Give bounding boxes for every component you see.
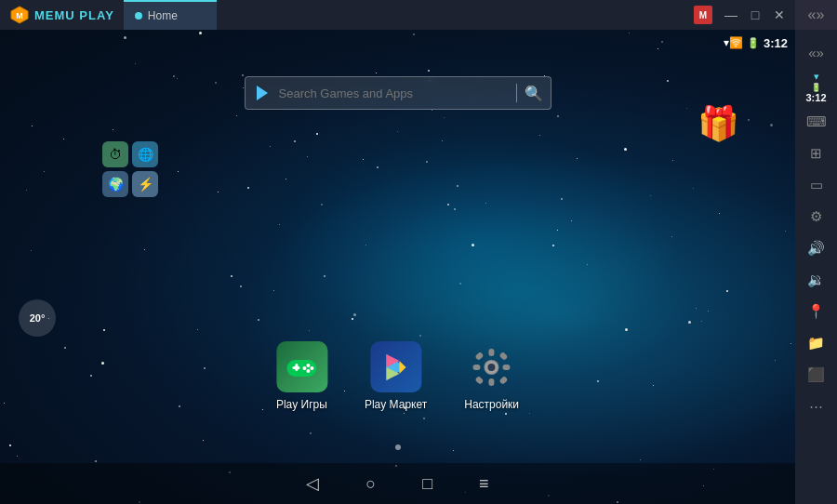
wifi-icon: ▾🛜 xyxy=(724,36,743,49)
svg-point-8 xyxy=(302,366,306,370)
svg-rect-13 xyxy=(489,349,495,356)
play-market-icon xyxy=(370,341,421,392)
weather-clock-bubble[interactable]: 20° xyxy=(19,299,56,337)
mini-icon-3[interactable]: ⚡ xyxy=(132,171,158,197)
page-dot-indicator xyxy=(395,444,401,450)
maximize-button[interactable]: □ xyxy=(744,6,766,24)
sidebar-apps-icon[interactable]: ⊞ xyxy=(800,139,833,168)
nav-back-button[interactable]: ◁ xyxy=(306,473,319,494)
sidebar-window-icon[interactable]: ▭ xyxy=(800,170,833,200)
nav-home-button[interactable]: ○ xyxy=(365,474,376,494)
svg-rect-16 xyxy=(503,365,511,370)
android-status-bar: ▾🛜 🔋 3:12 xyxy=(0,30,795,56)
sidebar-expand-icon[interactable]: «» xyxy=(800,37,833,67)
svg-text:M: M xyxy=(16,11,23,20)
svg-rect-20 xyxy=(499,376,509,385)
settings-label: Настройки xyxy=(464,398,519,411)
play-games-label: Play Игры xyxy=(276,398,327,411)
apps-area: Play Игры xyxy=(276,341,519,411)
sidebar-more-icon[interactable]: ⋯ xyxy=(800,391,833,421)
sidebar-volume-up-icon[interactable]: 🔊 xyxy=(800,233,833,263)
play-games-icon xyxy=(276,341,327,392)
sidebar-settings-icon[interactable]: ⚙ xyxy=(800,202,833,232)
nav-menu-button[interactable]: ≡ xyxy=(479,474,489,494)
close-button[interactable]: ✕ xyxy=(768,6,790,24)
svg-marker-2 xyxy=(257,86,268,100)
android-screen: ▾🛜 🔋 3:12 🔍 ⏱ 🌐 🌍 ⚡ 🎁 xyxy=(0,30,795,504)
svg-rect-19 xyxy=(475,376,485,385)
svg-rect-15 xyxy=(473,365,481,370)
battery-icon: 🔋 xyxy=(747,37,760,49)
settings-icon xyxy=(466,341,517,392)
mini-icon-1[interactable]: 🌐 xyxy=(132,141,158,167)
home-tab[interactable]: Home xyxy=(124,0,217,30)
play-market-label: Play Маркет xyxy=(365,398,427,411)
svg-point-22 xyxy=(488,364,496,371)
search-input[interactable] xyxy=(279,86,509,100)
nav-recent-button[interactable]: □ xyxy=(422,474,432,494)
mini-icon-grid: ⏱ 🌐 🌍 ⚡ xyxy=(102,141,158,197)
settings-gear-svg xyxy=(468,343,516,391)
title-bar: M MEMU PLAY Home M — □ ✕ «» xyxy=(0,0,837,30)
search-submit-icon[interactable]: 🔍 xyxy=(525,85,543,102)
play-market-svg xyxy=(379,350,414,385)
gift-icon[interactable]: 🎁 xyxy=(698,104,739,143)
svg-point-9 xyxy=(306,369,310,373)
memu-logo-icon: M xyxy=(9,5,30,25)
memu-red-icon: M xyxy=(694,6,712,24)
logo-text: MEMU PLAY xyxy=(34,8,114,22)
svg-point-6 xyxy=(306,364,310,367)
clock-text: 20° xyxy=(30,312,46,324)
svg-rect-14 xyxy=(489,378,495,386)
sidebar-keyboard-icon[interactable]: ⌨ xyxy=(800,107,833,137)
settings-app[interactable]: Настройки xyxy=(464,341,519,411)
sidebar-volume-down-icon[interactable]: 🔉 xyxy=(800,265,833,295)
mini-icon-0[interactable]: ⏱ xyxy=(102,141,128,167)
expand-button[interactable]: «» xyxy=(795,0,837,30)
search-bar-container: 🔍 xyxy=(245,76,551,110)
main-area: ▾🛜 🔋 3:12 🔍 ⏱ 🌐 🌍 ⚡ 🎁 xyxy=(0,30,837,504)
window-controls: M — □ ✕ xyxy=(694,0,790,30)
svg-point-7 xyxy=(310,366,313,370)
svg-rect-5 xyxy=(295,364,298,371)
right-sidebar: «» ▾ 🔋 3:12 ⌨ ⊞ ▭ ⚙ 🔊 🔉 📍 📁 ⬛ ⋯ xyxy=(795,30,837,504)
search-bar[interactable]: 🔍 xyxy=(245,76,551,110)
svg-rect-18 xyxy=(499,351,509,361)
play-market-app[interactable]: Play Маркет xyxy=(365,341,427,411)
sidebar-status-bar: ▾ 🔋 3:12 xyxy=(800,69,833,105)
status-time: 3:12 xyxy=(764,36,788,50)
sidebar-location-icon[interactable]: 📍 xyxy=(800,297,833,326)
logo-area: M MEMU PLAY xyxy=(0,5,124,25)
home-tab-indicator xyxy=(135,12,142,20)
search-divider xyxy=(516,84,517,102)
svg-rect-17 xyxy=(475,351,485,361)
android-nav-bar: ◁ ○ □ ≡ xyxy=(0,463,795,504)
play-games-svg xyxy=(283,349,320,386)
home-tab-label: Home xyxy=(148,9,178,22)
sidebar-screen-icon[interactable]: ⬛ xyxy=(800,360,833,390)
search-play-icon xyxy=(253,84,272,102)
minimize-button[interactable]: — xyxy=(720,6,742,24)
play-games-app[interactable]: Play Игры xyxy=(276,341,327,411)
sidebar-folder-icon[interactable]: 📁 xyxy=(800,328,833,358)
mini-icon-2[interactable]: 🌍 xyxy=(102,171,128,197)
